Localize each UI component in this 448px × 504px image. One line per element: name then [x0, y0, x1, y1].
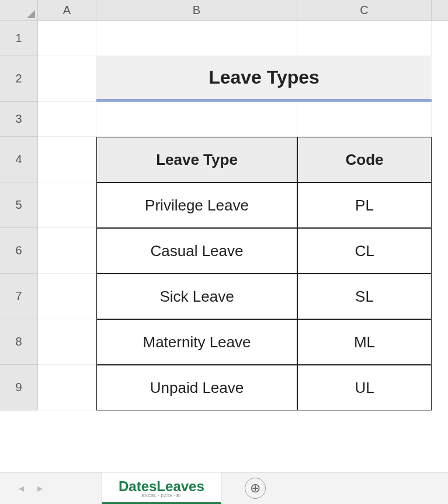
row-header-1[interactable]: 1 — [0, 21, 38, 56]
cell-a6[interactable] — [38, 228, 96, 274]
next-sheet-button[interactable]: ▸ — [30, 479, 49, 498]
col-header-c[interactable]: C — [297, 0, 432, 21]
row-header-2[interactable]: 2 — [0, 56, 38, 102]
col-header-b[interactable]: B — [96, 0, 297, 21]
select-all-corner[interactable] — [0, 0, 38, 21]
cell-a2[interactable] — [38, 56, 96, 102]
cell-c1[interactable] — [297, 21, 432, 56]
table-row[interactable]: Privilege Leave — [96, 182, 297, 228]
cell-b1[interactable] — [96, 21, 297, 56]
table-row[interactable]: ML — [297, 319, 432, 365]
table-row[interactable]: Sick Leave — [96, 274, 297, 319]
col-header-edge — [432, 0, 448, 21]
col-header-a[interactable]: A — [38, 0, 96, 21]
cell-b3[interactable] — [96, 102, 297, 137]
row-header-3[interactable]: 3 — [0, 102, 38, 137]
cell-a8[interactable] — [38, 319, 96, 365]
cell-a7[interactable] — [38, 274, 96, 319]
prev-sheet-button[interactable]: ◂ — [12, 479, 30, 498]
table-row[interactable]: Unpaid Leave — [96, 365, 297, 410]
row-header-8[interactable]: 8 — [0, 319, 38, 365]
table-row[interactable]: Casual Leave — [96, 228, 297, 274]
cell-c3[interactable] — [297, 102, 432, 137]
header-leave-type[interactable]: Leave Type — [96, 137, 297, 182]
cell-a4[interactable] — [38, 137, 96, 182]
cell-a3[interactable] — [38, 102, 96, 137]
table-row[interactable]: PL — [297, 182, 432, 228]
row-header-7[interactable]: 7 — [0, 274, 38, 319]
row-header-5[interactable]: 5 — [0, 182, 38, 228]
header-code[interactable]: Code — [297, 137, 432, 182]
cell-a9[interactable] — [38, 365, 96, 410]
cell-a5[interactable] — [38, 182, 96, 228]
sheet-tab-active[interactable]: DatesLeaves EXCEL · DATA · BI — [102, 472, 221, 504]
title-cell[interactable]: Leave Types — [96, 56, 432, 102]
table-row[interactable]: CL — [297, 228, 432, 274]
table-row[interactable]: UL — [297, 365, 432, 410]
sheet-tab-label: DatesLeaves — [119, 478, 204, 494]
add-sheet-button[interactable]: ⊕ — [245, 478, 266, 499]
sheet-tab-subtitle: EXCEL · DATA · BI — [119, 493, 204, 498]
cell-a1[interactable] — [38, 21, 96, 56]
spreadsheet-grid: A B C 1 2 Leave Types 3 4 Leave Type Cod… — [0, 0, 448, 410]
sheet-tab-bar: ◂ ▸ DatesLeaves EXCEL · DATA · BI ⊕ — [0, 472, 448, 504]
row-header-6[interactable]: 6 — [0, 228, 38, 274]
row-header-9[interactable]: 9 — [0, 365, 38, 410]
table-row[interactable]: SL — [297, 274, 432, 319]
table-row[interactable]: Maternity Leave — [96, 319, 297, 365]
row-header-4[interactable]: 4 — [0, 137, 38, 182]
